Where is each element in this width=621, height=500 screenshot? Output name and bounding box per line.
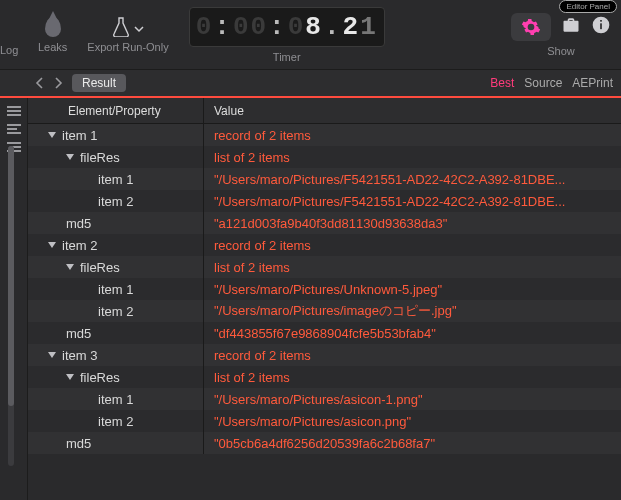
value-cell: "/Users/maro/Pictures/asicon-1.png" (204, 388, 621, 410)
value-cell: "/Users/maro/Pictures/asicon.png" (204, 410, 621, 432)
timer-value: 0:00:08.21 (196, 12, 378, 42)
left-gutter (0, 98, 28, 500)
property-label: md5 (66, 326, 91, 341)
table-row[interactable]: item 1"/Users/maro/Pictures/F5421551-AD2… (28, 168, 621, 190)
property-cell: fileRes (28, 366, 204, 388)
table-row[interactable]: md5"0b5cb6a4df6256d20539fa6c2b68fa7" (28, 432, 621, 454)
property-label: fileRes (80, 150, 120, 165)
gear-icon (521, 17, 541, 37)
property-cell: item 2 (28, 300, 204, 322)
info-icon (591, 15, 611, 35)
scrollbar-thumb[interactable] (8, 146, 14, 406)
result-table: Element/Property Value item 1record of 2… (28, 98, 621, 500)
table-row[interactable]: fileReslist of 2 items (28, 366, 621, 388)
table-row[interactable]: item 2"/Users/maro/Pictures/asicon.png" (28, 410, 621, 432)
property-label: item 2 (62, 238, 97, 253)
svg-rect-3 (7, 106, 21, 108)
table-body: item 1record of 2 itemsfileReslist of 2 … (28, 124, 621, 454)
property-cell: fileRes (28, 256, 204, 278)
svg-rect-4 (7, 110, 21, 112)
gutter-icon-1[interactable] (6, 104, 22, 118)
value-cell: record of 2 items (204, 234, 621, 256)
leaks-label: Leaks (38, 41, 67, 53)
result-pill[interactable]: Result (72, 74, 126, 92)
settings-button[interactable] (511, 13, 551, 41)
property-cell: item 3 (28, 344, 204, 366)
svg-rect-8 (7, 132, 21, 134)
property-cell: item 2 (28, 190, 204, 212)
droplet-icon (45, 17, 61, 37)
svg-rect-1 (600, 23, 602, 29)
table-row[interactable]: md5"a121d003fa9b40f3dd81130d93638da3" (28, 212, 621, 234)
property-label: item 1 (62, 128, 97, 143)
show-label: Show (547, 45, 575, 57)
value-cell: list of 2 items (204, 146, 621, 168)
svg-rect-2 (600, 20, 602, 22)
property-label: item 1 (98, 392, 133, 407)
value-cell: "/Users/maro/Pictures/imageのコピー.jpg" (204, 300, 621, 322)
table-row[interactable]: md5"df443855f67e9868904fcfe5b53bfab4" (28, 322, 621, 344)
property-label: item 2 (98, 304, 133, 319)
editor-panel-badge[interactable]: Editor Panel (559, 0, 617, 13)
value-cell: "a121d003fa9b40f3dd81130d93638da3" (204, 212, 621, 234)
column-header-property[interactable]: Element/Property (28, 98, 204, 123)
property-cell: md5 (28, 212, 204, 234)
property-label: item 3 (62, 348, 97, 363)
property-label: fileRes (80, 260, 120, 275)
property-cell: item 1 (28, 388, 204, 410)
tab-best[interactable]: Best (490, 76, 514, 90)
chevron-right-icon (53, 77, 63, 89)
export-run-only-button[interactable]: Export Run-Only (87, 17, 168, 53)
value-cell: list of 2 items (204, 366, 621, 388)
disclosure-triangle-icon[interactable] (48, 132, 56, 138)
chevron-down-icon (134, 22, 144, 32)
disclosure-triangle-icon[interactable] (66, 374, 74, 380)
table-row[interactable]: item 3record of 2 items (28, 344, 621, 366)
value-cell: "/Users/maro/Pictures/F5421551-AD22-42C2… (204, 168, 621, 190)
column-header-value[interactable]: Value (204, 98, 621, 123)
disclosure-triangle-icon[interactable] (66, 154, 74, 160)
bundle-button[interactable] (561, 15, 581, 38)
property-cell: item 2 (28, 410, 204, 432)
value-cell: list of 2 items (204, 256, 621, 278)
table-row[interactable]: item 2"/Users/maro/Pictures/imageのコピー.jp… (28, 300, 621, 322)
disclosure-triangle-icon[interactable] (48, 352, 56, 358)
tab-aeprint[interactable]: AEPrint (572, 76, 613, 90)
disclosure-triangle-icon[interactable] (66, 264, 74, 270)
briefcase-icon (561, 15, 581, 35)
property-cell: md5 (28, 322, 204, 344)
value-cell: record of 2 items (204, 344, 621, 366)
property-cell: item 1 (28, 124, 204, 146)
table-row[interactable]: item 2record of 2 items (28, 234, 621, 256)
property-cell: item 1 (28, 278, 204, 300)
content-area: Element/Property Value item 1record of 2… (0, 98, 621, 500)
main-toolbar: Editor Panel Log Leaks Export Run-Only 0… (0, 0, 621, 70)
svg-rect-9 (7, 142, 21, 144)
info-button[interactable] (591, 15, 611, 38)
log-label[interactable]: Log (0, 14, 18, 56)
value-cell: "0b5cb6a4df6256d20539fa6c2b68fa7" (204, 432, 621, 454)
table-row[interactable]: item 1"/Users/maro/Pictures/asicon-1.png… (28, 388, 621, 410)
value-cell: record of 2 items (204, 124, 621, 146)
property-cell: item 1 (28, 168, 204, 190)
property-cell: md5 (28, 432, 204, 454)
table-row[interactable]: item 1record of 2 items (28, 124, 621, 146)
gutter-icon-2[interactable] (6, 122, 22, 136)
value-cell: "/Users/maro/Pictures/F5421551-AD22-42C2… (204, 190, 621, 212)
table-row[interactable]: item 2"/Users/maro/Pictures/F5421551-AD2… (28, 190, 621, 212)
flask-icon (112, 17, 130, 37)
tab-source[interactable]: Source (524, 76, 562, 90)
leaks-button[interactable]: Leaks (38, 17, 67, 53)
table-row[interactable]: fileReslist of 2 items (28, 146, 621, 168)
disclosure-triangle-icon[interactable] (48, 242, 56, 248)
table-row[interactable]: fileReslist of 2 items (28, 256, 621, 278)
nav-back-button[interactable] (32, 74, 48, 92)
result-subbar: Result Best Source AEPrint (0, 70, 621, 98)
table-row[interactable]: item 1"/Users/maro/Pictures/Unknown-5.jp… (28, 278, 621, 300)
property-label: item 1 (98, 282, 133, 297)
timer-label: Timer (273, 51, 301, 63)
property-cell: item 2 (28, 234, 204, 256)
property-label: md5 (66, 216, 91, 231)
nav-forward-button[interactable] (50, 74, 66, 92)
table-header: Element/Property Value (28, 98, 621, 124)
